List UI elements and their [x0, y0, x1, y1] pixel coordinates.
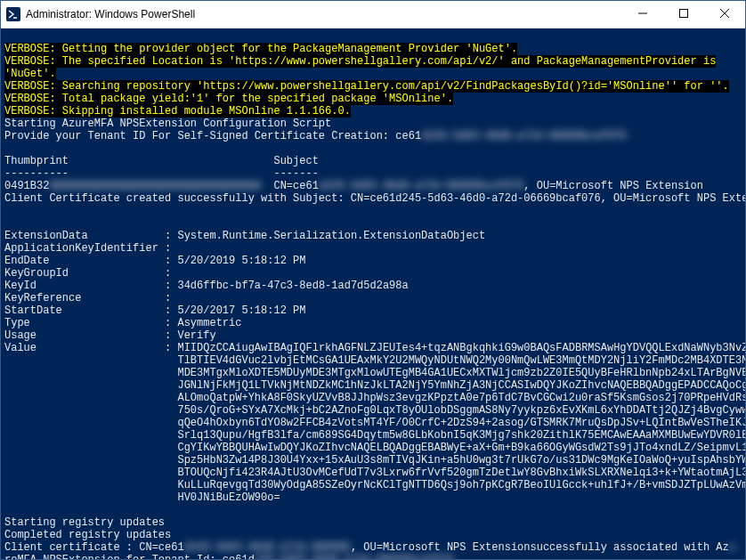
prop-row: KeyGroupId :: [4, 267, 171, 280]
powershell-window: Administrator: Windows PowerShell VERBOS…: [0, 0, 746, 560]
prop-value-cont: Srlq13Qupu/HgfB3lfa/cm689SG4Dqytm5w8GLbK…: [4, 429, 745, 442]
redacted-tenant-id: 245-5d63-46d0-a72d-06669bcaf076: [255, 554, 453, 559]
prop-value-cont: JGNlNjFkMjQ1LTVkNjMtNDZkMC1hNzJkLTA2NjY5…: [4, 379, 745, 392]
verbose-line: VERBOSE: The specified Location is 'http…: [4, 55, 716, 68]
output-line: Starting registry updates: [4, 516, 165, 529]
table-divider: ---------- -------: [4, 167, 319, 180]
output-line: Completed registry updates: [4, 529, 171, 541]
prop-row: ApplicationKeyIdentifier :: [4, 242, 171, 255]
prop-value-cont: CgYIKwYBBQUHAwIwDQYJKoZIhvcNAQELBQADggEB…: [4, 442, 745, 454]
window-title: Administrator: Windows PowerShell: [26, 8, 622, 20]
prop-value-cont: BTOUQcNjfi423R4AJtU3OvMCefUdT7v3Lxrw6frV…: [4, 467, 745, 479]
prop-value-cont: TlBTIEV4dGVuc2lvbjEtMCsGA1UEAxMkY2U2MWQy…: [4, 354, 745, 367]
table-header: Thumbprint Subject: [4, 155, 319, 167]
close-button[interactable]: [704, 1, 745, 28]
prop-value-cont: qQeO4hOxbyn6TdYO8w2FFCB4zVotsMT4YF/O0Crf…: [4, 417, 745, 429]
minimize-button[interactable]: [622, 1, 663, 28]
prop-value-cont: ALOmoQatpW+YhkA8F0SkyUZVvB8JJhpWsz3evgzK…: [4, 392, 745, 404]
powershell-icon: [6, 7, 20, 21]
prop-value-cont: MDE3MTgxMloXDTE5MDUyMDE3MTgxMlowUTEgMB4G…: [4, 367, 745, 379]
redacted-subject: d245-5d63-46d0-a72d-06669b: [184, 541, 351, 554]
prop-row: KeyReference :: [4, 292, 171, 304]
verbose-line: 'NuGet'.: [4, 68, 56, 80]
window-titlebar[interactable]: Administrator: Windows PowerShell: [1, 1, 745, 28]
redacted-subject: d245-5d63-46d0-a72d-06669bcaf076: [319, 180, 523, 192]
window-controls: [622, 1, 745, 28]
prop-row: EndDate : 5/20/2019 5:18:12 PM: [4, 255, 305, 267]
verbose-line: VERBOSE: Searching repository 'https://w…: [4, 80, 729, 93]
close-icon: [720, 9, 729, 20]
prop-value-cont: Spz5HbN3Zw14P8J30U4Yxx+15xAuU3s8mTIVqJKi…: [4, 454, 745, 467]
table-row: 0491B32AAAAAAAAAAAAAAAAAAAAAAAAAAAAAAAAA…: [4, 180, 703, 192]
redacted-thumbprint: AAAAAAAAAAAAAAAAAAAAAAAAAAAAAAAAA: [49, 180, 261, 192]
maximize-button[interactable]: [663, 1, 704, 28]
console-area[interactable]: VERBOSE: Getting the provider object for…: [1, 28, 745, 559]
svg-rect-3: [680, 10, 688, 18]
maximize-icon: [679, 9, 688, 20]
minimize-icon: [638, 9, 647, 20]
verbose-line: VERBOSE: Skipping installed module MSOnl…: [4, 105, 351, 118]
redacted-tenant-id: d245-5d63-46d0-a72d-06669bcaf076: [421, 130, 626, 142]
verbose-line: VERBOSE: Getting the provider object for…: [4, 43, 517, 55]
output-line: Client certificate : CN=ce61d245-5d63-46…: [4, 541, 735, 554]
prop-row: Value : MIIDQzCCAiugAwIBAgIQFlrkhAGFNLZJ…: [4, 342, 745, 354]
prop-row: KeyId : 34d6ffbc-bf7a-47c3-8ed8-1ad7d5d2…: [4, 280, 409, 292]
prop-row: Type : Asymmetric: [4, 317, 241, 329]
prop-value-cont: 750s/QroG+SYxA7XcMkj+bC2AZnoFg0LqxT8yOUl…: [4, 404, 745, 417]
prop-row: ExtensionData : System.Runtime.Serializa…: [4, 230, 485, 242]
output-line: Starting AzureMFA NPSExtension Configura…: [4, 118, 331, 130]
output-line: Client Certificate created successfully …: [4, 192, 745, 205]
output-line: Provide your Tenant ID For Self-Signed C…: [4, 130, 627, 142]
verbose-line: VERBOSE: Total package yield:'1' for the…: [4, 93, 453, 105]
prop-row: Usage : Verify: [4, 329, 216, 342]
prop-value-cont: KuLLuRqevgqTd30WyOdgA85SZeOyrNcKClTgNTTD…: [4, 479, 745, 491]
prop-value-cont: HV0JNiBuEzOW90o=: [4, 491, 280, 504]
prop-row: StartDate : 5/20/2017 5:18:12 PM: [4, 304, 305, 317]
output-line: reMFA NPSExtension for Tenant Id: ce61d2…: [4, 554, 453, 559]
